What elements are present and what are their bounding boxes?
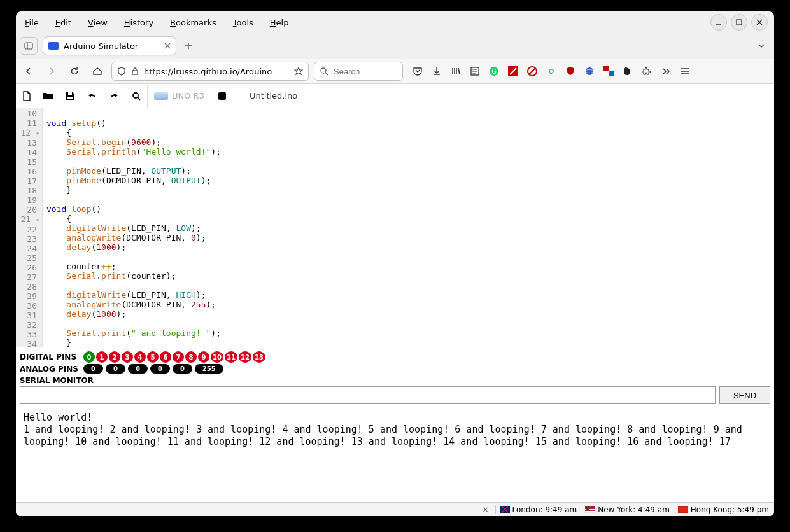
analog-pin-0[interactable]: 0 xyxy=(83,364,103,374)
menu-file[interactable]: File xyxy=(20,15,44,30)
reader-icon[interactable] xyxy=(469,66,481,77)
svg-rect-38 xyxy=(67,97,73,99)
search-icon xyxy=(320,67,328,76)
ext-red-square-icon[interactable] xyxy=(507,66,519,77)
redo-button[interactable] xyxy=(103,85,125,108)
svg-marker-11 xyxy=(295,67,302,74)
digital-pin-6[interactable]: 6 xyxy=(160,351,171,363)
serial-monitor-row: SEND xyxy=(20,386,770,404)
analog-pin-4[interactable]: 0 xyxy=(173,364,192,374)
digital-pin-8[interactable]: 8 xyxy=(185,351,197,363)
tabbar: Arduino Simulator xyxy=(16,33,774,59)
maximize-button[interactable] xyxy=(731,14,747,31)
pocket-icon[interactable] xyxy=(412,66,423,77)
search-box[interactable] xyxy=(314,62,403,81)
digital-pin-4[interactable]: 4 xyxy=(134,351,146,363)
clock-uk[interactable]: London: 9:49 am xyxy=(495,505,577,514)
svg-rect-10 xyxy=(132,71,138,74)
filename-label: Untitled.ino xyxy=(234,91,297,101)
tabs-overflow-button[interactable] xyxy=(752,41,770,50)
sidebar-toggle[interactable] xyxy=(20,37,38,55)
status-bar: × London: 9:49 amNew York: 4:49 amHong K… xyxy=(16,502,774,516)
reload-button[interactable] xyxy=(66,62,83,80)
serial-input[interactable] xyxy=(20,386,716,404)
digital-pin-5[interactable]: 5 xyxy=(147,351,159,363)
open-file-button[interactable] xyxy=(38,85,59,108)
new-tab-button[interactable] xyxy=(181,39,195,53)
hamburger-menu-icon[interactable] xyxy=(679,66,691,77)
home-button[interactable] xyxy=(88,62,106,80)
digital-pin-13[interactable]: 13 xyxy=(253,351,265,363)
overflow-chevron-icon[interactable] xyxy=(660,66,672,77)
code-area[interactable]: void setup() { Serial.begin(9600); Seria… xyxy=(43,108,225,347)
ext-link-icon[interactable] xyxy=(546,66,557,77)
serial-output: Hello world! 1 and looping! 2 and loopin… xyxy=(20,404,770,466)
library-icon[interactable] xyxy=(450,66,462,77)
digital-pins-label: DIGITAL PINS xyxy=(20,353,80,361)
tab-close-icon[interactable] xyxy=(164,43,171,49)
minimize-button[interactable] xyxy=(710,14,727,31)
lock-icon[interactable] xyxy=(131,67,139,76)
flag-uk-icon xyxy=(500,506,510,513)
undo-button[interactable] xyxy=(81,85,103,108)
digital-pin-7[interactable]: 7 xyxy=(173,351,184,363)
analog-pin-1[interactable]: 0 xyxy=(106,364,125,374)
save-file-button[interactable] xyxy=(59,85,81,108)
back-button[interactable] xyxy=(20,62,38,80)
tab-favicon xyxy=(48,42,59,50)
digital-pin-11[interactable]: 11 xyxy=(225,351,237,363)
svg-point-39 xyxy=(133,93,138,98)
window-controls xyxy=(710,14,770,31)
browser-window: FileEditViewHistoryBookmarksToolsHelp Ar… xyxy=(16,11,774,516)
digital-pin-2[interactable]: 2 xyxy=(109,351,120,363)
close-button[interactable] xyxy=(751,14,768,31)
tracking-shield-icon[interactable] xyxy=(117,67,126,76)
analog-pin-2[interactable]: 0 xyxy=(128,364,148,374)
app-toolbar: UNO R3 Untitled.ino xyxy=(16,84,774,108)
clock-us[interactable]: New York: 4:49 am xyxy=(581,505,670,514)
ext-gnome-icon[interactable] xyxy=(622,66,633,77)
page-content: UNO R3 Untitled.ino 101112 ▾131415161718… xyxy=(16,84,774,516)
ext-noscript-icon[interactable] xyxy=(526,66,538,77)
download-icon[interactable] xyxy=(431,66,442,77)
digital-pin-1[interactable]: 1 xyxy=(96,351,108,363)
menu-edit[interactable]: Edit xyxy=(50,15,76,30)
url-bar[interactable]: https://lrusso.github.io/Arduino xyxy=(111,62,309,81)
analog-pin-5[interactable]: 255 xyxy=(195,364,223,374)
device-selector[interactable]: UNO R3 xyxy=(148,91,211,101)
analog-pin-3[interactable]: 0 xyxy=(150,364,170,374)
search-input[interactable] xyxy=(332,66,397,77)
serial-monitor-label: SERIAL MONITOR xyxy=(20,376,770,385)
menu-help[interactable]: Help xyxy=(265,15,294,30)
ext-ublock-icon[interactable] xyxy=(565,66,576,77)
search-code-button[interactable] xyxy=(125,85,147,108)
statusbar-close-icon[interactable]: × xyxy=(482,505,491,514)
code-editor[interactable]: 101112 ▾131415161718192021 ▾222324252627… xyxy=(16,108,774,347)
ext-globe-icon[interactable] xyxy=(584,66,595,77)
digital-pin-0[interactable]: 0 xyxy=(83,351,95,363)
menu-tools[interactable]: Tools xyxy=(228,15,258,30)
clock-hk[interactable]: Hong Kong: 5:49 pm xyxy=(674,505,769,514)
digital-pin-12[interactable]: 12 xyxy=(239,351,251,363)
ext-green-icon[interactable]: G xyxy=(488,66,500,77)
new-file-button[interactable] xyxy=(16,85,38,108)
digital-pin-10[interactable]: 10 xyxy=(211,351,223,363)
browser-tab[interactable]: Arduino Simulator xyxy=(43,36,176,55)
flag-hk-icon xyxy=(678,506,688,513)
menu-view[interactable]: View xyxy=(83,15,113,30)
serial-send-button[interactable]: SEND xyxy=(719,386,770,404)
extensions-icon[interactable] xyxy=(641,66,652,77)
svg-rect-33 xyxy=(609,71,614,76)
forward-button[interactable] xyxy=(43,62,60,80)
svg-line-19 xyxy=(458,68,460,74)
digital-pin-9[interactable]: 9 xyxy=(198,351,209,363)
ext-flag-icon[interactable] xyxy=(603,66,614,77)
menu-bookmarks[interactable]: Bookmarks xyxy=(165,15,222,30)
device-label: UNO R3 xyxy=(172,91,204,101)
bookmark-star-icon[interactable] xyxy=(294,67,303,76)
stop-button[interactable] xyxy=(211,92,234,100)
digital-pin-3[interactable]: 3 xyxy=(122,351,133,363)
menu-history[interactable]: History xyxy=(119,15,159,30)
navbar: https://lrusso.github.io/Arduino G xyxy=(16,59,774,84)
url-text: https://lrusso.github.io/Arduino xyxy=(144,67,272,76)
